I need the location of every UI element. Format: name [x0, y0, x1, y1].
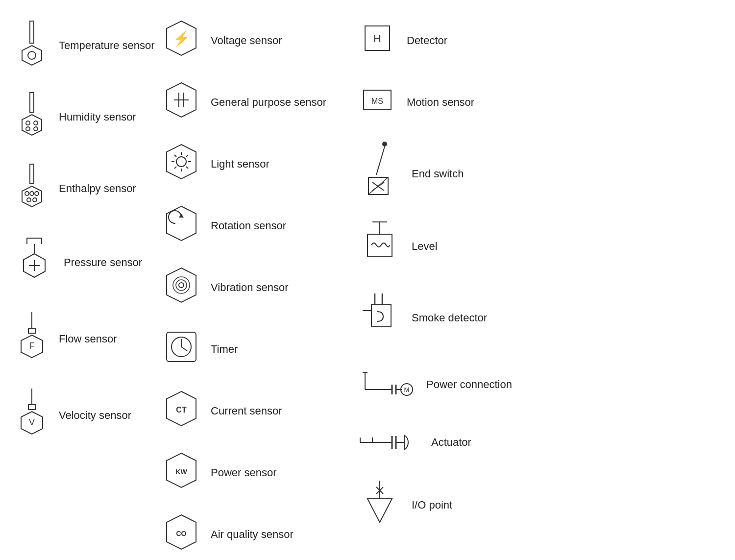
symbol-motion-sensor: MS [358, 80, 397, 124]
svg-point-8 [34, 127, 38, 131]
symbol-io-point [358, 478, 402, 532]
item-velocity-sensor: V Velocity sensor [10, 377, 157, 454]
current-sensor-label: Current sensor [211, 405, 282, 417]
svg-point-6 [34, 121, 38, 125]
symbol-power-sensor: KW [162, 451, 201, 495]
svg-point-50 [179, 283, 184, 288]
symbol-rotation-sensor [162, 204, 201, 248]
item-current-sensor: CT Current sensor [157, 380, 353, 442]
svg-marker-47 [167, 206, 196, 241]
detector-label: Detector [407, 34, 447, 47]
svg-text:M: M [404, 386, 410, 393]
item-actuator: Actuator [353, 415, 549, 469]
svg-point-13 [35, 192, 39, 195]
svg-marker-1 [22, 46, 42, 65]
svg-rect-9 [30, 164, 34, 184]
svg-line-45 [186, 155, 188, 157]
svg-point-67 [382, 142, 387, 146]
symbol-air-quality-sensor: CO [162, 512, 201, 557]
light-sensor-label: Light sensor [211, 158, 270, 170]
svg-line-68 [376, 146, 385, 175]
svg-point-15 [33, 198, 37, 202]
svg-text:CT: CT [176, 406, 187, 414]
svg-line-44 [186, 167, 188, 169]
symbol-temperature-sensor [15, 19, 49, 73]
symbol-current-sensor: CT [162, 389, 201, 433]
svg-text:MS: MS [371, 97, 383, 105]
svg-text:⚡: ⚡ [173, 30, 190, 47]
symbol-pressure-sensor [15, 233, 54, 292]
svg-line-43 [174, 155, 176, 157]
svg-marker-99 [368, 499, 392, 522]
rotation-sensor-label: Rotation sensor [211, 219, 286, 232]
symbol-general-purpose-sensor [162, 80, 201, 124]
item-general-purpose-sensor: General purpose sensor [157, 72, 353, 133]
main-grid: Temperature sensor Humidity sensor [10, 10, 725, 560]
symbol-detector: H [358, 19, 397, 63]
timer-label: Timer [211, 343, 238, 356]
symbol-actuator [358, 425, 421, 460]
svg-point-7 [26, 127, 30, 131]
io-point-label: I/O point [412, 499, 452, 511]
svg-text:CO: CO [176, 530, 187, 537]
svg-marker-48 [179, 214, 184, 218]
svg-rect-0 [30, 21, 34, 43]
svg-rect-79 [371, 305, 391, 327]
symbol-timer [162, 327, 201, 371]
svg-point-51 [176, 280, 187, 291]
svg-marker-10 [22, 186, 42, 207]
svg-point-5 [26, 121, 30, 125]
svg-point-12 [30, 192, 34, 195]
svg-rect-24 [28, 328, 35, 333]
svg-text:V: V [29, 417, 35, 427]
item-level: Level [353, 211, 549, 282]
flow-sensor-label: Flow sensor [59, 333, 117, 345]
end-switch-label: End switch [412, 168, 464, 180]
svg-point-38 [176, 157, 186, 167]
symbol-power-connection: M [358, 363, 416, 407]
symbol-level [358, 219, 402, 273]
symbol-light-sensor [162, 142, 201, 186]
col1: Temperature sensor Humidity sensor [10, 10, 157, 560]
item-detector: H Detector [353, 10, 549, 72]
svg-rect-28 [28, 405, 35, 410]
svg-text:KW: KW [175, 468, 187, 476]
air-quality-sensor-label: Air quality sensor [211, 528, 294, 541]
symbol-end-switch [358, 138, 402, 202]
voltage-sensor-label: Voltage sensor [211, 34, 282, 47]
power-connection-label: Power connection [426, 378, 512, 391]
item-air-quality-sensor: CO Air quality sensor [157, 504, 353, 560]
svg-line-56 [181, 347, 187, 351]
symbol-humidity-sensor [15, 90, 49, 144]
svg-rect-3 [30, 93, 34, 112]
actuator-label: Actuator [431, 436, 471, 449]
svg-point-14 [27, 198, 31, 202]
item-power-connection: M Power connection [353, 354, 549, 415]
symbol-enthalpy-sensor [15, 162, 49, 216]
col2: ⚡ Voltage sensor General purpose sensor [157, 10, 353, 560]
svg-point-11 [25, 192, 29, 195]
svg-line-46 [174, 167, 176, 169]
item-smoke-detector: Smoke detector [353, 282, 549, 354]
item-humidity-sensor: Humidity sensor [10, 81, 157, 153]
item-temperature-sensor: Temperature sensor [10, 10, 157, 81]
svg-point-52 [173, 277, 190, 293]
item-light-sensor: Light sensor [157, 133, 353, 195]
svg-point-2 [28, 51, 36, 59]
svg-marker-49 [167, 268, 196, 302]
vibration-sensor-label: Vibration sensor [211, 281, 289, 294]
symbol-voltage-sensor: ⚡ [162, 19, 201, 63]
enthalpy-sensor-label: Enthalpy sensor [59, 182, 136, 195]
temperature-sensor-label: Temperature sensor [59, 39, 155, 52]
item-end-switch: End switch [353, 133, 549, 211]
svg-text:F: F [29, 341, 35, 351]
item-vibration-sensor: Vibration sensor [157, 257, 353, 318]
symbol-vibration-sensor [162, 266, 201, 310]
item-timer: Timer [157, 318, 353, 380]
item-io-point: I/O point [353, 469, 549, 541]
symbol-flow-sensor: F [15, 310, 49, 368]
col3: H Detector MS Motion sensor [353, 10, 549, 560]
svg-marker-37 [167, 145, 196, 179]
motion-sensor-label: Motion sensor [407, 96, 474, 109]
symbol-smoke-detector [358, 291, 402, 345]
